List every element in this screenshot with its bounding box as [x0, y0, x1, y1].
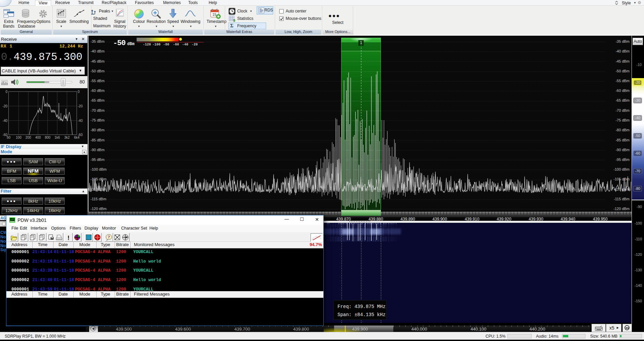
svg-text:-60: -60	[3, 133, 8, 137]
svg-text:400: 400	[35, 136, 41, 139]
svg-text:15: 15	[212, 12, 216, 16]
svg-text:100: 100	[16, 136, 22, 139]
svg-text:0: 0	[5, 90, 7, 94]
svg-text:?: ?	[108, 235, 110, 239]
svg-text:-20: -20	[3, 104, 8, 108]
svg-text:-20: -20	[78, 104, 83, 108]
svg-text:-60: -60	[78, 133, 83, 137]
svg-text:-40: -40	[3, 119, 8, 123]
svg-text:800: 800	[45, 136, 50, 139]
svg-text:-40: -40	[78, 119, 83, 123]
svg-text:3k2: 3k2	[64, 136, 70, 139]
svg-text:0: 0	[78, 90, 80, 94]
svg-text:200: 200	[26, 136, 31, 139]
svg-text:!: !	[67, 235, 69, 241]
svg-text:9: 9	[233, 19, 235, 22]
svg-text:1k6: 1k6	[55, 136, 60, 139]
